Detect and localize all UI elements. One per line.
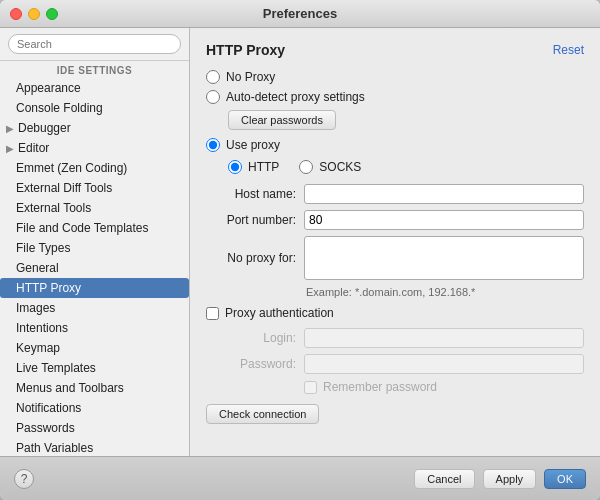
no-proxy-row: No Proxy — [206, 70, 584, 84]
socks-radio[interactable] — [299, 160, 313, 174]
login-row: Login: — [206, 328, 584, 348]
no-proxy-for-input[interactable] — [304, 236, 584, 280]
sidebar-item-console-folding[interactable]: Console Folding — [0, 98, 189, 118]
http-radio[interactable] — [228, 160, 242, 174]
minimize-button[interactable] — [28, 8, 40, 20]
ok-button[interactable]: OK — [544, 469, 586, 489]
host-name-input[interactable] — [304, 184, 584, 204]
main-panel: HTTP Proxy Reset No Proxy Auto-detect pr… — [190, 28, 600, 456]
sidebar-section-header: IDE Settings — [0, 61, 189, 78]
port-number-input[interactable] — [304, 210, 584, 230]
sidebar-item-passwords[interactable]: Passwords — [0, 418, 189, 438]
proxy-auth-label[interactable]: Proxy authentication — [225, 306, 334, 320]
sidebar-item-label: Appearance — [16, 81, 81, 95]
maximize-button[interactable] — [46, 8, 58, 20]
sidebar-item-notifications[interactable]: Notifications — [0, 398, 189, 418]
sidebar-item-label: External Diff Tools — [16, 181, 112, 195]
sidebar-item-external-diff-tools[interactable]: External Diff Tools — [0, 178, 189, 198]
no-proxy-label[interactable]: No Proxy — [226, 70, 275, 84]
sidebar-item-label: File and Code Templates — [16, 221, 149, 235]
proxy-auth-row: Proxy authentication — [206, 306, 584, 320]
use-proxy-row: Use proxy — [206, 138, 584, 152]
proxy-auth-checkbox[interactable] — [206, 307, 219, 320]
sidebar-item-label: Keymap — [16, 341, 60, 355]
apply-button[interactable]: Apply — [483, 469, 537, 489]
help-button[interactable]: ? — [14, 469, 34, 489]
proxy-type-row: HTTP SOCKS — [228, 160, 584, 174]
login-label: Login: — [206, 331, 296, 345]
sidebar-item-keymap[interactable]: Keymap — [0, 338, 189, 358]
arrow-icon: ▶ — [6, 123, 14, 134]
cancel-button[interactable]: Cancel — [414, 469, 474, 489]
password-label: Password: — [206, 357, 296, 371]
search-box — [0, 28, 189, 61]
sidebar-item-label: Passwords — [16, 421, 75, 435]
remember-password-label[interactable]: Remember password — [323, 380, 437, 394]
traffic-lights — [10, 8, 58, 20]
sidebar-item-label: Menus and Toolbars — [16, 381, 124, 395]
bottom-left: ? — [14, 469, 34, 489]
password-input[interactable] — [304, 354, 584, 374]
bottom-bar: ? Cancel Apply OK — [0, 456, 600, 500]
socks-radio-row: SOCKS — [299, 160, 361, 174]
sidebar-item-label: Intentions — [16, 321, 68, 335]
no-proxy-radio[interactable] — [206, 70, 220, 84]
sidebar-item-file-types[interactable]: File Types — [0, 238, 189, 258]
titlebar: Preferences — [0, 0, 600, 28]
sidebar-item-label: General — [16, 261, 59, 275]
sidebar-item-emmet-zen-coding[interactable]: Emmet (Zen Coding) — [0, 158, 189, 178]
password-row: Password: — [206, 354, 584, 374]
sidebar-item-label: Notifications — [16, 401, 81, 415]
sidebar-item-intentions[interactable]: Intentions — [0, 318, 189, 338]
main-content: IDE Settings AppearanceConsole Folding▶D… — [0, 28, 600, 456]
preferences-window: Preferences IDE Settings AppearanceConso… — [0, 0, 600, 500]
auto-detect-radio[interactable] — [206, 90, 220, 104]
window-title: Preferences — [263, 6, 337, 21]
check-connection-container: Check connection — [206, 404, 584, 424]
sidebar: IDE Settings AppearanceConsole Folding▶D… — [0, 28, 190, 456]
socks-label[interactable]: SOCKS — [319, 160, 361, 174]
arrow-icon: ▶ — [6, 143, 14, 154]
bottom-right: Cancel Apply OK — [414, 469, 586, 489]
clear-passwords-container: Clear passwords — [228, 110, 584, 130]
sidebar-item-http-proxy[interactable]: HTTP Proxy — [0, 278, 189, 298]
use-proxy-label[interactable]: Use proxy — [226, 138, 280, 152]
port-number-label: Port number: — [206, 213, 296, 227]
sidebar-item-label: Path Variables — [16, 441, 93, 455]
remember-password-checkbox[interactable] — [304, 381, 317, 394]
auto-detect-row: Auto-detect proxy settings — [206, 90, 584, 104]
reset-link[interactable]: Reset — [553, 43, 584, 57]
use-proxy-radio[interactable] — [206, 138, 220, 152]
example-text: Example: *.domain.com, 192.168.* — [306, 286, 584, 298]
check-connection-button[interactable]: Check connection — [206, 404, 319, 424]
http-label[interactable]: HTTP — [248, 160, 279, 174]
search-input[interactable] — [8, 34, 181, 54]
sidebar-item-debugger[interactable]: ▶Debugger — [0, 118, 189, 138]
sidebar-items-container: AppearanceConsole Folding▶Debugger▶Edito… — [0, 78, 189, 456]
sidebar-item-label: Debugger — [18, 121, 71, 135]
sidebar-item-images[interactable]: Images — [0, 298, 189, 318]
sidebar-item-label: HTTP Proxy — [16, 281, 81, 295]
sidebar-item-appearance[interactable]: Appearance — [0, 78, 189, 98]
sidebar-item-label: Live Templates — [16, 361, 96, 375]
no-proxy-for-row: No proxy for: — [206, 236, 584, 280]
sidebar-item-path-variables[interactable]: Path Variables — [0, 438, 189, 456]
host-name-label: Host name: — [206, 187, 296, 201]
remember-password-row: Remember password — [304, 380, 584, 394]
auto-detect-label[interactable]: Auto-detect proxy settings — [226, 90, 365, 104]
sidebar-item-editor[interactable]: ▶Editor — [0, 138, 189, 158]
sidebar-item-label: File Types — [16, 241, 70, 255]
sidebar-item-label: External Tools — [16, 201, 91, 215]
sidebar-item-menus-and-toolbars[interactable]: Menus and Toolbars — [0, 378, 189, 398]
login-input[interactable] — [304, 328, 584, 348]
clear-passwords-button[interactable]: Clear passwords — [228, 110, 336, 130]
sidebar-item-external-tools[interactable]: External Tools — [0, 198, 189, 218]
close-button[interactable] — [10, 8, 22, 20]
host-name-row: Host name: — [206, 184, 584, 204]
no-proxy-for-label: No proxy for: — [206, 251, 296, 265]
sidebar-item-general[interactable]: General — [0, 258, 189, 278]
sidebar-item-file-and-code-templates[interactable]: File and Code Templates — [0, 218, 189, 238]
port-number-row: Port number: — [206, 210, 584, 230]
sidebar-item-live-templates[interactable]: Live Templates — [0, 358, 189, 378]
sidebar-item-label: Emmet (Zen Coding) — [16, 161, 127, 175]
